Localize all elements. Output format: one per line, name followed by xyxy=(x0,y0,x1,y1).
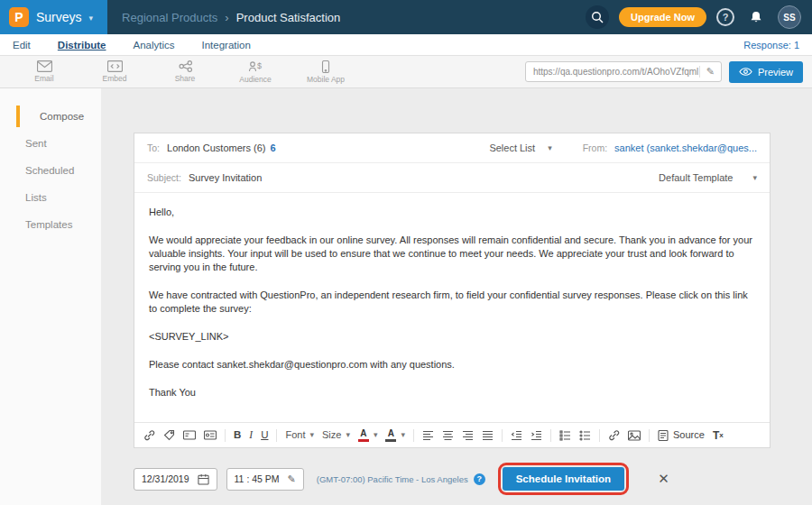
schedule-invitation-button[interactable]: Schedule Invitation xyxy=(503,467,624,491)
outdent-icon[interactable] xyxy=(511,430,522,441)
survey-tabs: Edit Distribute Analytics Integration Re… xyxy=(0,34,812,56)
header-actions: Upgrade Now ? SS xyxy=(586,5,812,29)
email-body-editor[interactable]: Hello, We would appreciate your feedback… xyxy=(134,193,770,422)
channel-share[interactable]: Share xyxy=(162,60,208,84)
channel-embed[interactable]: Embed xyxy=(92,60,137,84)
ordered-list-icon[interactable] xyxy=(559,430,571,441)
to-value[interactable]: London Customers (6) xyxy=(167,142,265,153)
merge-field-icon[interactable] xyxy=(183,429,196,441)
breadcrumb: Regional Products › Product Satisfaction xyxy=(122,11,340,24)
breadcrumb-current: Product Satisfaction xyxy=(236,11,341,24)
app-screen: P Surveys ▾ Regional Products › Product … xyxy=(0,0,812,505)
template-dropdown[interactable]: Default Template ▾ xyxy=(659,172,757,183)
align-center-icon[interactable] xyxy=(442,430,454,441)
channel-email[interactable]: Email xyxy=(22,60,67,84)
email-icon xyxy=(37,60,52,72)
subject-value[interactable]: Survey Invitation xyxy=(189,172,262,183)
schedule-bar: 12/31/2019 11 : 45 PM ✎ (GMT-07:00) Paci… xyxy=(134,463,669,495)
channel-mobile-app[interactable]: Mobile App xyxy=(303,60,348,84)
compose-card: To: London Customers (6) 6 Select List ▾… xyxy=(134,133,770,448)
calendar-icon xyxy=(198,473,209,485)
font-dropdown[interactable]: Font▾ xyxy=(285,430,314,440)
channel-audience[interactable]: $ Audience xyxy=(233,60,278,84)
timezone-help-icon[interactable]: ? xyxy=(474,473,485,485)
edit-time-icon: ✎ xyxy=(288,473,296,485)
clear-format-button[interactable]: Tx xyxy=(713,430,724,441)
to-label: To: xyxy=(147,142,160,153)
tab-distribute[interactable]: Distribute xyxy=(58,40,106,50)
sidebar-item-lists[interactable]: Lists xyxy=(0,184,101,211)
highlight-color-button[interactable]: A▾ xyxy=(385,429,405,442)
indent-icon[interactable] xyxy=(531,430,542,441)
highlight-annotation: Schedule Invitation xyxy=(498,463,629,495)
toolbar-divider xyxy=(502,429,503,442)
toolbar-divider xyxy=(550,429,551,442)
size-dropdown[interactable]: Size▾ xyxy=(322,430,350,440)
select-list-dropdown[interactable]: Select List ▾ xyxy=(489,142,551,153)
toolbar-divider xyxy=(599,429,600,442)
edit-url-icon[interactable]: ✎ xyxy=(699,66,721,78)
align-justify-icon[interactable] xyxy=(482,430,494,441)
from-field: From: sanket (sanket.shekdar@ques... xyxy=(583,142,757,153)
tab-edit[interactable]: Edit xyxy=(13,40,31,50)
breadcrumb-parent[interactable]: Regional Products xyxy=(122,11,217,24)
tag-icon[interactable] xyxy=(163,429,175,441)
tab-integration[interactable]: Integration xyxy=(202,40,251,50)
schedule-date-value: 12/31/2019 xyxy=(142,473,189,484)
survey-url-field[interactable]: https://qa.questionpro.com/t/AOhoVZfqml … xyxy=(525,61,722,82)
share-icon xyxy=(179,60,192,72)
search-button[interactable] xyxy=(586,5,609,29)
questionpro-logo: P xyxy=(9,7,29,27)
chevron-down-icon: ▾ xyxy=(374,431,378,439)
align-left-icon[interactable] xyxy=(422,430,434,441)
channel-list: Email Embed Share $ Audience Mobile App xyxy=(22,60,348,84)
from-value[interactable]: sanket (sanket.shekdar@ques... xyxy=(614,142,757,153)
sidebar-item-scheduled[interactable]: Scheduled xyxy=(0,157,101,184)
align-right-icon[interactable] xyxy=(462,430,474,441)
from-label: From: xyxy=(583,142,607,153)
avatar[interactable]: SS xyxy=(778,5,801,29)
embed-icon xyxy=(107,60,123,72)
recipient-count[interactable]: 6 xyxy=(270,142,275,153)
text-color-button[interactable]: A▾ xyxy=(358,429,378,442)
to-row: To: London Customers (6) 6 Select List ▾… xyxy=(134,133,770,163)
sidebar-item-sent[interactable]: Sent xyxy=(0,130,101,157)
svg-text:$: $ xyxy=(257,61,262,70)
hyperlink-icon[interactable] xyxy=(608,429,620,441)
bell-icon xyxy=(749,10,763,24)
chevron-down-icon: ▾ xyxy=(89,14,94,23)
app-switcher[interactable]: P Surveys ▾ xyxy=(0,0,107,34)
sidebar-item-templates[interactable]: Templates xyxy=(0,211,101,238)
bulleted-list-icon[interactable] xyxy=(579,430,591,441)
schedule-time-value: 11 : 45 PM xyxy=(235,473,280,484)
text-color-swatch xyxy=(358,439,369,442)
compose-sidebar: Compose Sent Scheduled Lists Templates xyxy=(0,88,101,505)
upgrade-now-button[interactable]: Upgrade Now xyxy=(619,7,706,27)
body-paragraph: Thank You xyxy=(149,386,755,399)
notifications-button[interactable] xyxy=(744,5,768,29)
schedule-date-field[interactable]: 12/31/2019 xyxy=(134,468,217,491)
tab-analytics[interactable]: Analytics xyxy=(134,40,175,50)
survey-url[interactable]: https://qa.questionpro.com/t/AOhoVZfqml xyxy=(533,67,699,77)
underline-button[interactable]: U xyxy=(261,430,268,441)
schedule-time-field[interactable]: 11 : 45 PM ✎ xyxy=(226,468,304,491)
insert-link-icon[interactable] xyxy=(143,429,155,441)
toolbar-divider xyxy=(649,429,650,442)
help-button[interactable]: ? xyxy=(716,8,734,26)
insert-image-icon[interactable] xyxy=(628,430,641,441)
body-paragraph: Hello, xyxy=(149,206,755,219)
editor-toolbar: B I U Font▾ Size▾ A▾ A▾ Source Tx xyxy=(134,422,770,447)
toolbar-divider xyxy=(276,429,277,442)
chevron-down-icon: ▾ xyxy=(752,173,757,182)
insert-card-icon[interactable] xyxy=(204,429,217,441)
timezone-field: (GMT-07:00) Pacific Time - Los Angeles ? xyxy=(317,473,485,485)
timezone-value: (GMT-07:00) Pacific Time - Los Angeles xyxy=(317,474,468,484)
body-paragraph: Please contact sanket.shekdar@questionpr… xyxy=(149,358,755,372)
preview-button[interactable]: Preview xyxy=(729,61,803,83)
response-count[interactable]: Response: 1 xyxy=(743,40,799,50)
source-button[interactable]: Source xyxy=(658,430,705,441)
close-icon[interactable]: ✕ xyxy=(658,471,669,487)
bold-button[interactable]: B xyxy=(234,430,241,441)
italic-button[interactable]: I xyxy=(249,430,253,441)
sidebar-item-compose[interactable]: Compose xyxy=(0,103,101,130)
